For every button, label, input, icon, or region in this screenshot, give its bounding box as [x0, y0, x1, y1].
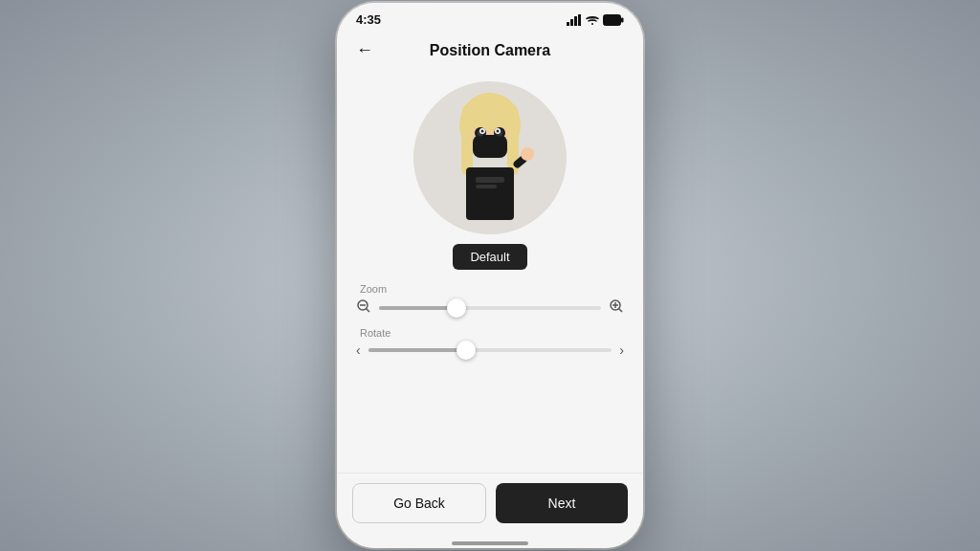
- zoom-label: Zoom: [360, 283, 624, 295]
- svg-line-28: [367, 309, 370, 313]
- svg-point-26: [521, 147, 534, 161]
- svg-rect-22: [466, 167, 514, 220]
- home-indicator: [337, 542, 643, 548]
- svg-rect-2: [574, 16, 577, 26]
- zoom-slider-row: [356, 298, 624, 318]
- rotate-right-icon[interactable]: ›: [619, 342, 624, 358]
- default-button[interactable]: Default: [453, 244, 526, 270]
- home-bar: [452, 541, 528, 545]
- rotate-left-icon[interactable]: ‹: [356, 342, 361, 358]
- zoom-out-icon[interactable]: [356, 298, 371, 318]
- rotate-slider-row: ‹ ›: [356, 342, 624, 358]
- svg-rect-3: [578, 14, 581, 26]
- svg-rect-7: [605, 16, 617, 24]
- page-title: Position Camera: [430, 42, 550, 59]
- go-back-button[interactable]: Go Back: [352, 483, 486, 523]
- avatar-image: [428, 89, 552, 228]
- wifi-icon: [586, 14, 599, 26]
- content-area: Default Zoom: [337, 72, 643, 473]
- svg-rect-23: [476, 177, 504, 183]
- battery-icon: [603, 14, 624, 26]
- status-time: 4:35: [356, 12, 381, 27]
- zoom-slider-section: Zoom: [337, 283, 643, 327]
- svg-point-20: [481, 129, 484, 132]
- svg-line-31: [619, 309, 623, 313]
- rotate-slider-section: Rotate ‹ ›: [337, 327, 643, 367]
- svg-point-4: [591, 23, 593, 25]
- rotate-slider-track[interactable]: [368, 348, 612, 352]
- bottom-bar: Go Back Next: [337, 473, 643, 542]
- svg-rect-6: [621, 17, 624, 22]
- header: ← Position Camera: [337, 31, 643, 72]
- svg-point-21: [497, 129, 500, 132]
- svg-rect-11: [461, 122, 473, 175]
- svg-rect-1: [570, 19, 573, 26]
- rotate-label: Rotate: [360, 327, 624, 339]
- back-button[interactable]: ←: [352, 36, 377, 64]
- svg-rect-0: [567, 22, 569, 26]
- zoom-in-icon[interactable]: [609, 298, 624, 318]
- phone-frame: 4:35 ← Position Cam: [337, 3, 643, 548]
- zoom-slider-track[interactable]: [379, 306, 601, 310]
- svg-rect-13: [473, 135, 507, 158]
- svg-rect-24: [476, 185, 497, 188]
- avatar-preview: [413, 81, 567, 234]
- status-icons: [567, 14, 624, 26]
- signal-icon: [567, 14, 582, 26]
- next-button[interactable]: Next: [496, 483, 628, 523]
- status-bar: 4:35: [337, 3, 643, 31]
